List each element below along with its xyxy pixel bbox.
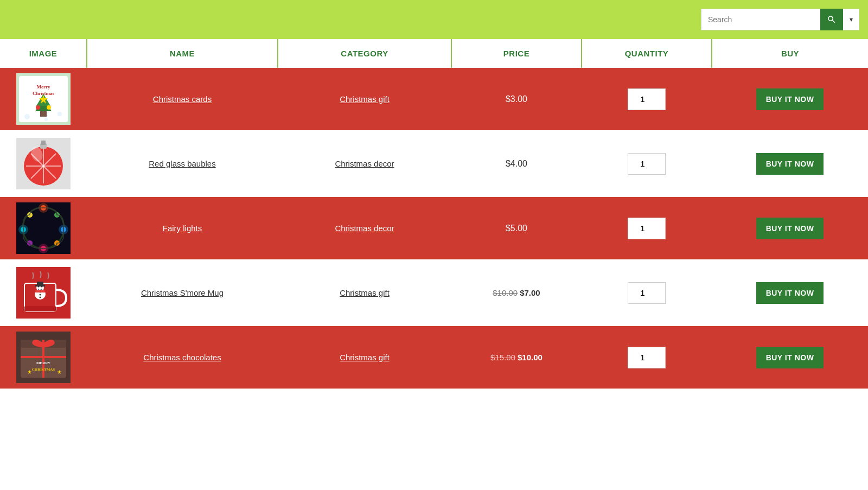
product-name-link[interactable]: Christmas chocolates (143, 353, 221, 362)
product-category-cell: Christmas decor (278, 196, 451, 260)
product-name-link[interactable]: Red glass baubles (149, 159, 215, 168)
product-image-cell (0, 131, 87, 196)
product-price: $4.00 (506, 159, 527, 168)
product-name-cell: Fairy lights (87, 196, 278, 260)
product-category-cell: Christmas gift (278, 68, 451, 131)
product-name-link[interactable]: Christmas S'more Mug (141, 288, 224, 297)
product-price-cell: $3.00 (451, 68, 582, 131)
quantity-input[interactable] (628, 88, 666, 110)
table-row: Red glass baublesChristmas decor$4.00BUY… (0, 131, 868, 196)
svg-text:★: ★ (57, 369, 62, 375)
svg-point-48 (40, 297, 41, 298)
svg-rect-6 (40, 111, 47, 117)
product-name-cell: Christmas chocolates (87, 325, 278, 390)
svg-rect-38 (24, 306, 56, 311)
product-price-cell: $15.00$10.00 (451, 325, 582, 390)
product-category-link[interactable]: Christmas decor (335, 159, 394, 168)
quantity-input[interactable] (628, 218, 666, 239)
product-image-cell: MERRY CHRISTMAS ★ ★ (0, 325, 87, 390)
svg-point-43 (38, 289, 39, 290)
table-row: Merry Christmas Christmas cardsChristmas… (0, 68, 868, 131)
col-header-image: IMAGE (0, 39, 87, 68)
table-row: MERRY CHRISTMAS ★ ★ Christmas chocolates… (0, 325, 868, 390)
svg-point-47 (40, 294, 41, 296)
svg-rect-21 (41, 141, 46, 145)
product-buy-cell: BUY IT NOW (712, 325, 868, 390)
svg-point-9 (47, 105, 51, 110)
product-quantity-cell (582, 196, 712, 260)
product-buy-cell: BUY IT NOW (712, 131, 868, 196)
col-header-price: PRICE (451, 39, 582, 68)
product-name-link[interactable]: Fairy lights (163, 224, 202, 233)
svg-text:Merry: Merry (37, 84, 50, 90)
product-buy-cell: BUY IT NOW (712, 196, 868, 260)
buy-now-button[interactable]: BUY IT NOW (756, 88, 824, 110)
table-header-row: IMAGE NAME CATEGORY PRICE QUANTITY BUY (0, 39, 868, 68)
buy-now-button[interactable]: BUY IT NOW (756, 347, 824, 368)
svg-point-8 (36, 105, 40, 110)
quantity-input[interactable] (628, 153, 666, 175)
product-price-original: $10.00 (493, 288, 518, 297)
product-buy-cell: BUY IT NOW (712, 260, 868, 325)
svg-point-11 (58, 112, 62, 116)
product-category-link[interactable]: Christmas gift (340, 288, 390, 297)
product-name-cell: Red glass baubles (87, 131, 278, 196)
col-header-category: CATEGORY (278, 39, 451, 68)
product-category-link[interactable]: Christmas gift (340, 353, 390, 362)
search-input[interactable] (701, 9, 820, 30)
quantity-input[interactable] (628, 282, 666, 304)
product-quantity-cell (582, 325, 712, 390)
product-buy-cell: BUY IT NOW (712, 68, 868, 131)
product-price-discounted: $10.00 (518, 353, 542, 362)
product-price-cell: $4.00 (451, 131, 582, 196)
svg-point-12 (44, 118, 48, 121)
svg-rect-50 (35, 285, 45, 287)
search-container: ▾ (701, 9, 859, 30)
products-table: IMAGE NAME CATEGORY PRICE QUANTITY BUY M… (0, 39, 868, 391)
product-category-cell: Christmas decor (278, 131, 451, 196)
search-button[interactable] (820, 9, 843, 30)
product-name-cell: Christmas cards (87, 68, 278, 131)
col-header-name: NAME (87, 39, 278, 68)
table-row: Christmas S'more MugChristmas gift$10.00… (0, 260, 868, 325)
product-category-cell: Christmas gift (278, 260, 451, 325)
svg-text:CHRISTMAS: CHRISTMAS (32, 367, 55, 372)
quantity-input[interactable] (628, 347, 666, 368)
product-image-cell (0, 196, 87, 260)
svg-text:MERRY: MERRY (36, 361, 50, 365)
product-image-cell: Merry Christmas (0, 68, 87, 131)
svg-text:★: ★ (27, 369, 32, 375)
product-price: $5.00 (506, 224, 527, 233)
product-category-link[interactable]: Christmas decor (335, 224, 394, 233)
svg-point-45 (41, 289, 42, 290)
product-category-link[interactable]: Christmas gift (340, 94, 390, 104)
table-row: Fairy lightsChristmas decor$5.00BUY IT N… (0, 196, 868, 260)
search-icon (827, 15, 837, 24)
product-name-link[interactable]: Christmas cards (153, 94, 212, 104)
product-name-cell: Christmas S'more Mug (87, 260, 278, 325)
col-header-quantity: QUANTITY (582, 39, 712, 68)
product-price: $3.00 (506, 94, 527, 104)
dropdown-button[interactable]: ▾ (843, 9, 859, 30)
product-category-cell: Christmas gift (278, 325, 451, 390)
product-price-cell: $5.00 (451, 196, 582, 260)
product-quantity-cell (582, 68, 712, 131)
col-header-buy: BUY (712, 39, 868, 68)
product-price-discounted: $7.00 (520, 288, 540, 297)
product-quantity-cell (582, 131, 712, 196)
product-price-original: $15.00 (490, 353, 515, 362)
product-price-cell: $10.00$7.00 (451, 260, 582, 325)
buy-now-button[interactable]: BUY IT NOW (756, 218, 824, 239)
product-image-cell (0, 260, 87, 325)
product-quantity-cell (582, 260, 712, 325)
buy-now-button[interactable]: BUY IT NOW (756, 282, 824, 304)
buy-now-button[interactable]: BUY IT NOW (756, 153, 824, 175)
svg-point-10 (24, 114, 30, 119)
svg-rect-51 (35, 290, 45, 292)
header: ▾ (0, 0, 868, 39)
